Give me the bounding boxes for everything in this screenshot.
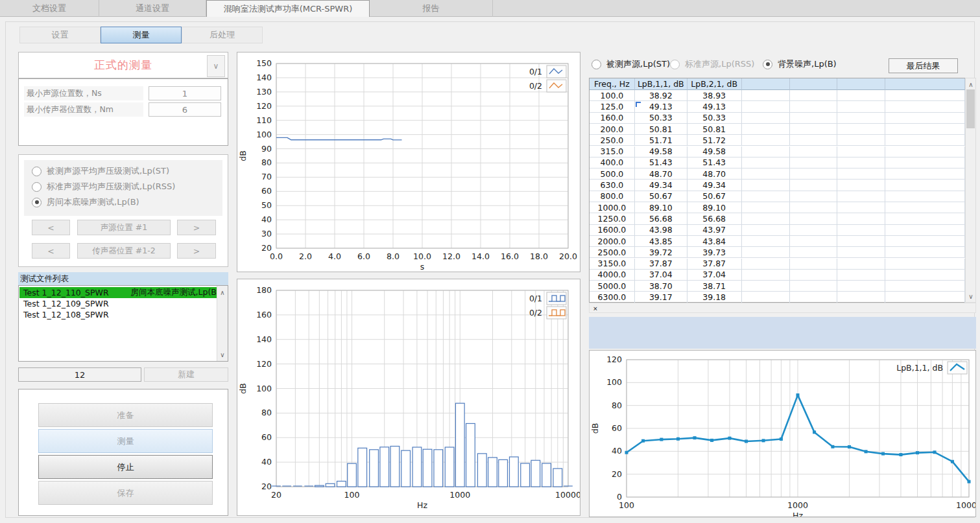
table-header-cell[interactable]: Freq., Hz [590,78,635,90]
table-cell[interactable]: 5000.0 [590,281,635,292]
table-cell[interactable]: 50.81 [635,124,687,135]
table-cell[interactable] [885,259,965,270]
table-row[interactable]: 1250.056.6856.68 [590,213,965,224]
table-cell[interactable] [885,169,965,180]
table-cell[interactable]: 43.84 [687,236,742,247]
table-cell[interactable] [837,90,885,101]
table-row[interactable]: 3150.037.8737.87 [590,259,965,270]
table-cell[interactable] [790,202,837,213]
table-cell[interactable] [742,191,791,202]
table-cell[interactable]: 200.0 [590,124,635,135]
table-header-cell[interactable]: LpB,1,1, dB [635,78,687,90]
table-row[interactable]: 200.050.8150.81 [590,124,965,135]
table-cell[interactable] [790,213,837,224]
microphone-position-next-button[interactable]: > [177,243,216,259]
table-cell[interactable] [742,124,791,135]
table-row[interactable]: 400.051.4351.43 [590,157,965,169]
table-row[interactable]: 630.049.3449.34 [590,180,965,191]
table-cell[interactable] [790,169,837,180]
scrollbar-thumb[interactable] [966,89,975,128]
table-cell[interactable]: 89.10 [635,202,687,213]
table-cell[interactable]: 48.70 [635,169,687,180]
table-row[interactable]: 1600.043.9843.97 [590,225,965,236]
file-list-item[interactable]: Test 1_12_108_SPWR [19,309,218,320]
result-radio-3[interactable]: 背景噪声,Lp(B) [763,58,837,70]
table-cell[interactable]: 1000.0 [590,202,635,213]
table-cell[interactable]: 49.13 [635,101,687,112]
table-cell[interactable] [790,180,837,191]
table-cell[interactable] [837,270,885,281]
table-cell[interactable]: 250.0 [590,135,635,146]
action-button-3[interactable]: 停止 [38,455,213,479]
table-cell[interactable] [837,259,885,270]
table-cell[interactable] [837,169,885,180]
table-cell[interactable] [742,236,791,247]
test-type-radio[interactable]: 房间本底噪声测试,Lp(B) [32,196,139,208]
table-cell[interactable] [885,124,965,135]
table-cell[interactable] [837,281,885,292]
table-cell[interactable] [885,236,965,247]
table-cell[interactable] [742,146,791,157]
table-row[interactable]: 2500.039.7239.73 [590,247,965,258]
table-row[interactable]: 500.048.7048.70 [590,169,965,180]
file-list[interactable]: Test 1_12_110_SPWR房间本底噪声测试,Lp(B)Test 1_1… [18,285,228,362]
table-cell[interactable]: 160.0 [590,113,635,124]
file-list-scrollbar[interactable]: ∧∨ [217,286,228,361]
table-cell[interactable]: 400.0 [590,157,635,169]
table-cell[interactable] [885,281,965,292]
table-cell[interactable]: 315.0 [590,146,635,157]
table-row[interactable]: 160.050.3350.33 [590,113,965,124]
table-cell[interactable]: 39.18 [687,292,742,303]
scroll-down-icon[interactable]: ∨ [966,291,976,301]
table-cell[interactable] [742,157,791,169]
subtab-1[interactable]: 设置 [19,27,101,43]
table-cell[interactable]: 37.04 [687,270,742,281]
table-cell[interactable] [742,259,791,270]
radio-icon[interactable] [32,198,42,207]
table-row[interactable]: 315.049.5849.58 [590,146,965,157]
table-row[interactable]: 800.050.6750.67 [590,191,965,202]
table-cell[interactable]: 49.34 [687,180,742,191]
table-cell[interactable] [790,259,837,270]
table-cell[interactable] [885,180,965,191]
table-cell[interactable] [837,225,885,236]
action-button-2[interactable]: 测量 [38,429,213,453]
table-cell[interactable]: 39.17 [635,292,687,303]
table-cell[interactable] [837,124,885,135]
table-cell[interactable]: 49.58 [687,146,742,157]
table-cell[interactable]: 56.68 [635,213,687,224]
table-cell[interactable]: 1600.0 [590,225,635,236]
radio-icon[interactable] [32,182,42,192]
table-cell[interactable] [885,191,965,202]
table-cell[interactable]: 89.10 [687,202,742,213]
table-cell[interactable] [837,180,885,191]
table-cell[interactable]: 39.72 [635,247,687,258]
table-cell[interactable] [790,146,837,157]
table-cell[interactable] [742,113,791,124]
action-button-1[interactable]: 准备 [38,403,213,427]
table-header-cell[interactable] [837,78,885,90]
table-cell[interactable] [885,90,965,101]
table-cell[interactable] [790,270,837,281]
table-header-cell[interactable]: LpB,2,1, dB [687,78,742,90]
table-cell[interactable] [790,90,837,101]
table-cell[interactable] [742,180,791,191]
table-cell[interactable]: 51.43 [687,157,742,169]
table-cell[interactable]: 49.34 [635,180,687,191]
table-cell[interactable] [837,191,885,202]
table-cell[interactable] [885,247,965,258]
table-cell[interactable]: 50.67 [687,191,742,202]
table-cell[interactable] [742,202,791,213]
table-cell[interactable] [837,213,885,224]
table-cell[interactable] [837,292,885,303]
scroll-down-icon[interactable]: ∨ [217,349,228,360]
table-cell[interactable]: 43.97 [687,225,742,236]
table-cell[interactable] [885,113,965,124]
table-cell[interactable] [790,113,837,124]
table-cell[interactable]: 38.93 [687,90,742,101]
table-cell[interactable] [885,292,965,303]
table-cell[interactable]: 39.73 [687,247,742,258]
table-cell[interactable] [742,270,791,281]
table-cell[interactable] [837,157,885,169]
table-cell[interactable]: 56.68 [687,213,742,224]
